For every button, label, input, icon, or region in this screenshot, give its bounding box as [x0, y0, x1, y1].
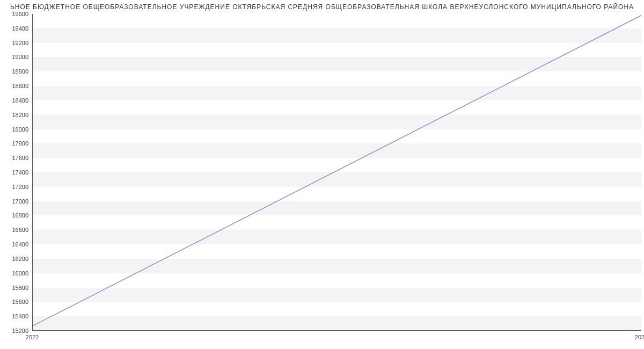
- y-tick-label: 15800: [2, 285, 28, 291]
- y-tick-label: 16200: [2, 256, 28, 262]
- data-line: [33, 16, 641, 326]
- y-tick-label: 15600: [2, 299, 28, 305]
- y-tick-label: 18600: [2, 83, 28, 89]
- y-tick-label: 17400: [2, 169, 28, 176]
- y-tick-label: 19200: [2, 40, 28, 46]
- y-tick-label: 19400: [2, 25, 28, 32]
- chart-title: ЬНОЕ БЮДЖЕТНОЕ ОБЩЕОБРАЗОВАТЕЛЬНОЕ УЧРЕЖ…: [0, 0, 644, 11]
- y-tick-label: 16400: [2, 241, 28, 248]
- y-tick-label: 19000: [2, 54, 28, 60]
- y-tick-label: 18000: [2, 126, 28, 133]
- y-tick-label: 19600: [2, 11, 28, 17]
- y-tick-label: 17600: [2, 155, 28, 161]
- y-tick-label: 16600: [2, 227, 28, 233]
- y-tick-label: 16000: [2, 270, 28, 277]
- y-tick-label: 18200: [2, 112, 28, 118]
- plot-container: 1520015400156001580016000162001640016600…: [32, 14, 641, 331]
- line-svg: [33, 14, 641, 330]
- x-tick-label: 2022: [26, 334, 39, 340]
- y-tick-label: 17200: [2, 184, 28, 190]
- y-tick-label: 17800: [2, 140, 28, 147]
- y-tick-label: 18800: [2, 68, 28, 75]
- y-tick-label: 15200: [2, 328, 28, 334]
- y-tick-label: 16800: [2, 212, 28, 219]
- plot-area: [32, 14, 641, 331]
- y-tick-label: 17000: [2, 198, 28, 205]
- y-tick-label: 18400: [2, 97, 28, 104]
- x-tick-label: 2024: [635, 334, 644, 340]
- y-tick-label: 15400: [2, 313, 28, 319]
